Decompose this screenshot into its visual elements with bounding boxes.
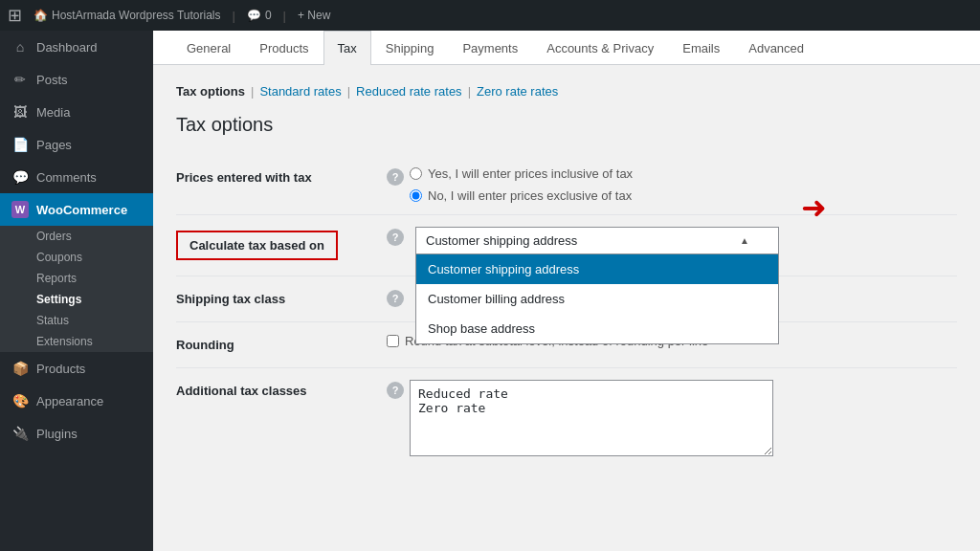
prices-inclusive-label: Yes, I will enter prices inclusive of ta… bbox=[428, 166, 633, 181]
content-area: General Products Tax Shipping Payments A… bbox=[153, 31, 980, 551]
new-button[interactable]: + New bbox=[298, 9, 330, 22]
calculate-field-cell: ? Customer shipping address ▲ Customer s… bbox=[387, 215, 957, 276]
subnav-zero-rate[interactable]: Zero rate rates bbox=[477, 84, 558, 99]
additional-row: Additional tax classes ? Reduced rate Ze… bbox=[176, 368, 957, 469]
additional-label-cell: Additional tax classes bbox=[176, 368, 387, 469]
dropdown-option-billing[interactable]: Customer billing address bbox=[416, 284, 778, 314]
tab-products[interactable]: Products bbox=[245, 31, 323, 65]
sidebar-sub-settings[interactable]: Settings bbox=[0, 289, 153, 310]
prices-exclusive-label: No, I will enter prices exclusive of tax bbox=[428, 188, 632, 203]
sidebar-label: WooCommerce bbox=[36, 203, 127, 217]
sidebar-label: Media bbox=[36, 105, 70, 120]
appearance-icon: 🎨 bbox=[11, 392, 29, 409]
tax-options-form: Prices entered with tax ? Yes, I will en… bbox=[176, 155, 957, 468]
sidebar-item-comments[interactable]: 💬 Comments bbox=[0, 161, 153, 193]
sidebar-item-pages[interactable]: 📄 Pages bbox=[0, 128, 153, 161]
prices-exclusive-option[interactable]: No, I will enter prices exclusive of tax bbox=[410, 188, 633, 203]
sidebar: ⌂ Dashboard ✏ Posts 🖼 Media 📄 Pages 💬 Co… bbox=[0, 31, 153, 551]
rounding-label-cell: Rounding bbox=[176, 322, 387, 368]
sidebar-item-media[interactable]: 🖼 Media bbox=[0, 96, 153, 128]
tab-payments[interactable]: Payments bbox=[448, 31, 532, 65]
sidebar-label: Appearance bbox=[36, 394, 103, 408]
main-layout: ⌂ Dashboard ✏ Posts 🖼 Media 📄 Pages 💬 Co… bbox=[0, 31, 980, 551]
tab-advanced[interactable]: Advanced bbox=[734, 31, 818, 65]
additional-field-cell: ? Reduced rate Zero rate bbox=[387, 368, 957, 469]
home-icon: 🏠 bbox=[33, 9, 48, 22]
calculate-row: Calculate tax based on ? Customer shippi… bbox=[176, 215, 957, 276]
content-inner: Tax options | Standard rates | Reduced r… bbox=[153, 65, 980, 487]
prices-exclusive-radio[interactable] bbox=[410, 189, 422, 202]
calculate-dropdown-menu: Customer shipping address Customer billi… bbox=[415, 254, 779, 344]
sidebar-item-woocommerce[interactable]: W WooCommerce bbox=[0, 193, 153, 226]
tab-shipping[interactable]: Shipping bbox=[371, 31, 449, 65]
shipping-label: Shipping tax class bbox=[176, 292, 285, 306]
subnav-reduced-rate[interactable]: Reduced rate rates bbox=[356, 84, 462, 99]
prices-help-icon[interactable]: ? bbox=[387, 168, 404, 186]
tabs-bar: General Products Tax Shipping Payments A… bbox=[153, 31, 980, 65]
calculate-dropdown-trigger[interactable]: Customer shipping address ▲ bbox=[415, 227, 779, 254]
sidebar-sub-coupons[interactable]: Coupons bbox=[0, 247, 153, 268]
topbar: ⊞ 🏠 HostArmada Wordpress Tutorials | 💬 0… bbox=[0, 0, 980, 31]
page-title: Tax options bbox=[176, 114, 957, 136]
rounding-label: Rounding bbox=[176, 338, 234, 352]
sidebar-label: Products bbox=[36, 362, 85, 376]
sidebar-label: Pages bbox=[36, 138, 72, 152]
tab-tax[interactable]: Tax bbox=[323, 31, 371, 65]
dropdown-option-shop[interactable]: Shop base address bbox=[416, 314, 778, 343]
prices-inclusive-option[interactable]: Yes, I will enter prices inclusive of ta… bbox=[410, 166, 633, 181]
calculate-dropdown-wrapper: Customer shipping address ▲ Customer shi… bbox=[415, 227, 779, 254]
dropdown-option-shipping[interactable]: Customer shipping address bbox=[416, 254, 778, 284]
shipping-label-cell: Shipping tax class bbox=[176, 276, 387, 322]
dropdown-selected-value: Customer shipping address bbox=[426, 233, 577, 248]
prices-radio-group: Yes, I will enter prices inclusive of ta… bbox=[410, 166, 633, 203]
sidebar-sub-extensions[interactable]: Extensions bbox=[0, 331, 153, 352]
sidebar-label: Comments bbox=[36, 170, 97, 185]
prices-inclusive-radio[interactable] bbox=[410, 167, 422, 180]
plugins-icon: 🔌 bbox=[11, 425, 29, 442]
shipping-help-icon[interactable]: ? bbox=[387, 290, 404, 307]
posts-icon: ✏ bbox=[11, 71, 29, 88]
dashboard-icon: ⌂ bbox=[11, 38, 29, 55]
sidebar-label: Dashboard bbox=[36, 40, 98, 55]
sidebar-item-plugins[interactable]: 🔌 Plugins bbox=[0, 417, 153, 450]
additional-textarea[interactable]: Reduced rate Zero rate bbox=[410, 380, 773, 456]
calculate-input-row: ? Customer shipping address ▲ Customer s… bbox=[387, 227, 957, 254]
sidebar-item-posts[interactable]: ✏ Posts bbox=[0, 63, 153, 96]
calculate-highlight-box: Calculate tax based on bbox=[176, 231, 338, 260]
sidebar-item-products[interactable]: 📦 Products bbox=[0, 352, 153, 385]
sidebar-item-appearance[interactable]: 🎨 Appearance bbox=[0, 385, 153, 417]
comments-count[interactable]: 💬 0 bbox=[247, 9, 272, 22]
sidebar-label: Posts bbox=[36, 73, 68, 87]
subnav-tax-options[interactable]: Tax options bbox=[176, 84, 245, 99]
tab-emails[interactable]: Emails bbox=[668, 31, 734, 65]
additional-label: Additional tax classes bbox=[176, 384, 307, 398]
additional-help-icon[interactable]: ? bbox=[387, 382, 404, 399]
site-name[interactable]: 🏠 HostArmada Wordpress Tutorials bbox=[33, 9, 221, 22]
prices-label-cell: Prices entered with tax bbox=[176, 155, 387, 215]
sidebar-sub-reports[interactable]: Reports bbox=[0, 268, 153, 289]
sidebar-sub-status[interactable]: Status bbox=[0, 310, 153, 331]
comment-icon: 💬 bbox=[247, 9, 261, 22]
woocommerce-icon: W bbox=[11, 201, 29, 218]
rounding-checkbox[interactable] bbox=[387, 335, 399, 347]
sidebar-label: Plugins bbox=[36, 427, 78, 441]
pages-icon: 📄 bbox=[11, 136, 29, 153]
sub-nav: Tax options | Standard rates | Reduced r… bbox=[176, 84, 957, 99]
wp-logo-icon: ⊞ bbox=[8, 5, 22, 26]
subnav-standard-rates[interactable]: Standard rates bbox=[259, 84, 341, 99]
red-arrow-indicator: ➜ bbox=[801, 189, 827, 226]
comments-icon: 💬 bbox=[11, 168, 29, 186]
prices-row: Prices entered with tax ? Yes, I will en… bbox=[176, 155, 957, 215]
tab-accounts[interactable]: Accounts & Privacy bbox=[532, 31, 668, 65]
prices-field-cell: ? Yes, I will enter prices inclusive of … bbox=[387, 155, 957, 215]
sidebar-item-dashboard[interactable]: ⌂ Dashboard bbox=[0, 31, 153, 63]
products-icon: 📦 bbox=[11, 360, 29, 377]
prices-label: Prices entered with tax bbox=[176, 170, 312, 185]
calculate-label-cell: Calculate tax based on bbox=[176, 215, 387, 276]
calculate-help-icon[interactable]: ? bbox=[387, 229, 404, 246]
sidebar-sub-orders[interactable]: Orders bbox=[0, 226, 153, 247]
tab-general[interactable]: General bbox=[172, 31, 245, 65]
media-icon: 🖼 bbox=[11, 103, 29, 121]
chevron-up-icon: ▲ bbox=[740, 235, 749, 246]
calculate-label: Calculate tax based on bbox=[189, 238, 324, 253]
